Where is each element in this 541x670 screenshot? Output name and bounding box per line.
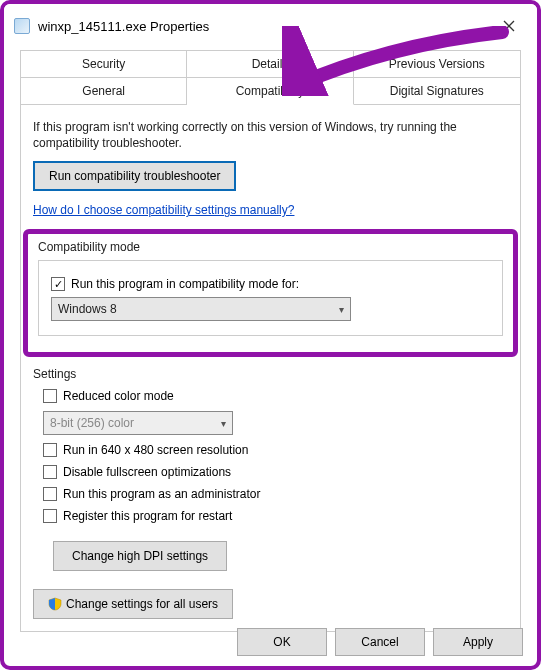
compat-mode-highlight: Compatibility mode Run this program in c… <box>23 229 518 357</box>
reduced-color-checkbox[interactable] <box>43 389 57 403</box>
run-admin-checkbox[interactable] <box>43 487 57 501</box>
ok-button[interactable]: OK <box>237 628 327 656</box>
res-640-checkbox[interactable] <box>43 443 57 457</box>
tab-compatibility[interactable]: Compatibility <box>187 78 353 105</box>
reduced-color-label: Reduced color mode <box>63 389 174 403</box>
manual-settings-link[interactable]: How do I choose compatibility settings m… <box>33 203 294 217</box>
chevron-down-icon: ▾ <box>221 418 226 429</box>
compat-mode-group: Run this program in compatibility mode f… <box>38 260 503 336</box>
run-troubleshooter-button[interactable]: Run compatibility troubleshooter <box>33 161 236 191</box>
color-mode-value: 8-bit (256) color <box>50 416 134 430</box>
compat-mode-checkbox[interactable] <box>51 277 65 291</box>
tab-digital-signatures[interactable]: Digital Signatures <box>354 78 520 105</box>
compat-mode-select-value: Windows 8 <box>58 302 117 316</box>
shield-icon <box>48 597 62 611</box>
run-admin-label: Run this program as an administrator <box>63 487 260 501</box>
tab-previous-versions[interactable]: Previous Versions <box>354 51 520 78</box>
disable-fullscreen-checkbox[interactable] <box>43 465 57 479</box>
compat-mode-select[interactable]: Windows 8 ▾ <box>51 297 351 321</box>
settings-group: Settings Reduced color mode 8-bit (256) … <box>33 367 508 571</box>
res-640-label: Run in 640 x 480 screen resolution <box>63 443 248 457</box>
register-restart-label: Register this program for restart <box>63 509 232 523</box>
close-button[interactable] <box>491 12 527 40</box>
disable-fullscreen-label: Disable fullscreen optimizations <box>63 465 231 479</box>
tab-security[interactable]: Security <box>21 51 187 78</box>
tab-details[interactable]: Details <box>187 51 353 78</box>
register-restart-checkbox[interactable] <box>43 509 57 523</box>
app-icon <box>14 18 30 34</box>
compat-mode-label: Compatibility mode <box>38 240 503 254</box>
apply-button[interactable]: Apply <box>433 628 523 656</box>
tab-general[interactable]: General <box>21 78 187 105</box>
change-all-users-button[interactable]: Change settings for all users <box>33 589 233 619</box>
chevron-down-icon: ▾ <box>339 304 344 315</box>
cancel-button[interactable]: Cancel <box>335 628 425 656</box>
compat-mode-checkbox-label: Run this program in compatibility mode f… <box>71 277 299 291</box>
window-title: winxp_145111.exe Properties <box>38 19 491 34</box>
tab-strip: Security Details Previous Versions Gener… <box>20 50 521 105</box>
dialog-footer: OK Cancel Apply <box>237 628 523 656</box>
tab-panel-compatibility: If this program isn't working correctly … <box>20 105 521 632</box>
change-dpi-button[interactable]: Change high DPI settings <box>53 541 227 571</box>
titlebar: winxp_145111.exe Properties <box>4 4 537 50</box>
change-all-users-label: Change settings for all users <box>66 597 218 611</box>
color-mode-select: 8-bit (256) color ▾ <box>43 411 233 435</box>
intro-text: If this program isn't working correctly … <box>33 119 508 151</box>
settings-label: Settings <box>33 367 508 381</box>
close-icon <box>503 20 515 32</box>
